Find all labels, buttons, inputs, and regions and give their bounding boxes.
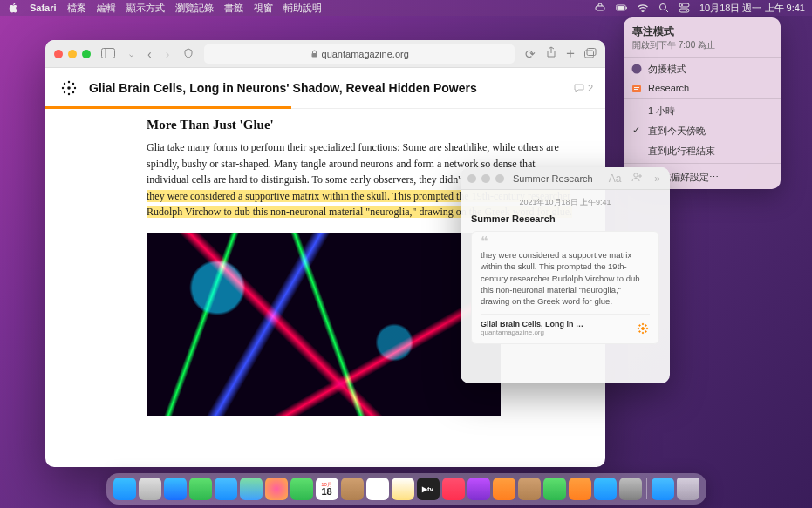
dock-music[interactable] <box>442 478 465 500</box>
dock-launchpad[interactable] <box>139 478 161 500</box>
svg-point-34 <box>639 325 641 327</box>
article-header: Glial Brain Cells, Long in Neurons' Shad… <box>45 68 605 109</box>
dock-podcasts[interactable] <box>467 478 490 500</box>
svg-rect-18 <box>587 48 596 55</box>
moon-icon <box>631 63 643 75</box>
address-bar[interactable]: quantamagazine.org <box>204 44 515 64</box>
dock-safari[interactable] <box>164 478 187 500</box>
forward-button[interactable]: › <box>162 47 174 61</box>
dock-separator <box>646 478 647 499</box>
svg-rect-16 <box>311 53 317 58</box>
focus-dnd-row[interactable]: 勿擾模式 <box>624 59 781 79</box>
focus-1hr-row[interactable]: 1 小時 <box>624 101 781 121</box>
sidebar-toggle-icon[interactable] <box>98 47 119 61</box>
article-figure <box>147 233 501 416</box>
dock-trash[interactable] <box>677 478 699 500</box>
lock-icon <box>310 50 318 58</box>
dock-appstore[interactable] <box>594 478 617 500</box>
dock-finder[interactable] <box>113 478 136 500</box>
quote-card[interactable]: ❝ they were considered a supportive matr… <box>471 231 659 344</box>
notes-body[interactable]: 2021年10月18日 上午9:41 Summer Research ❝ the… <box>461 190 670 383</box>
svg-point-36 <box>639 331 641 333</box>
quote-source-domain: quantamagazine.org <box>481 329 583 336</box>
privacy-icon[interactable] <box>180 47 197 61</box>
svg-point-33 <box>646 328 648 329</box>
spotlight-icon[interactable] <box>658 2 670 14</box>
menu-view[interactable]: 顯示方式 <box>126 2 165 15</box>
close-button[interactable] <box>54 50 63 58</box>
svg-point-31 <box>642 332 644 334</box>
dock-pages[interactable] <box>569 478 591 500</box>
new-tab-icon[interactable]: ＋ <box>563 44 577 63</box>
dock-calendar[interactable]: 10月18 <box>316 478 338 500</box>
comment-count[interactable]: 2 <box>574 83 593 93</box>
focus-evening-label: 直到今天傍晚 <box>648 125 706 136</box>
notes-toolbar: Summer Research Aa » <box>461 167 670 190</box>
menu-help[interactable]: 輔助說明 <box>283 2 322 15</box>
dropdown-chevron-icon[interactable]: ⌵ <box>126 50 137 58</box>
add-people-icon[interactable] <box>629 172 646 185</box>
url-text: quantamagazine.org <box>322 49 409 59</box>
zoom-button[interactable] <box>82 50 91 58</box>
site-logo-icon[interactable] <box>58 77 80 99</box>
svg-rect-7 <box>679 9 689 12</box>
svg-rect-0 <box>596 6 604 10</box>
svg-point-37 <box>645 331 647 333</box>
focus-research-row[interactable]: Research <box>624 79 781 97</box>
reload-icon[interactable]: ⟳ <box>522 47 539 61</box>
dock: 10月18▶tv <box>106 473 706 505</box>
focus-evening-row[interactable]: ✓ 直到今天傍晚 <box>624 121 781 141</box>
check-icon: ✓ <box>632 125 640 136</box>
dock-messages[interactable] <box>189 478 212 500</box>
dock-contacts[interactable] <box>341 478 364 500</box>
comment-icon <box>574 84 584 93</box>
focus-end-row[interactable]: 直到此行程結束 <box>624 141 781 161</box>
focus-status-icon[interactable] <box>595 2 607 14</box>
app-name[interactable]: Safari <box>30 3 57 13</box>
svg-rect-3 <box>626 7 627 9</box>
quote-source-icon <box>636 322 650 335</box>
dock-numbers[interactable] <box>543 478 566 500</box>
menu-window[interactable]: 視窗 <box>254 2 273 15</box>
dock-reminders[interactable] <box>366 478 389 500</box>
notes-minimize-button[interactable] <box>481 174 490 183</box>
svg-point-23 <box>74 87 76 89</box>
notes-zoom-button[interactable] <box>495 174 504 183</box>
dock-facetime[interactable] <box>290 478 313 500</box>
safari-toolbar: ⌵ ‹ › quantamagazine.org ⟳ ＋ <box>45 40 605 68</box>
menu-history[interactable]: 瀏覽記錄 <box>175 2 214 15</box>
notes-close-button[interactable] <box>467 174 476 183</box>
apple-menu-icon[interactable] <box>7 2 19 14</box>
wifi-icon[interactable] <box>637 2 649 14</box>
dock-settings[interactable] <box>619 478 642 500</box>
control-center-icon[interactable] <box>679 2 691 14</box>
svg-point-32 <box>638 328 639 329</box>
expand-icon[interactable]: » <box>652 173 663 185</box>
back-button[interactable]: ‹ <box>144 47 155 61</box>
dock-notes[interactable] <box>392 478 414 500</box>
dock-appstore-alt[interactable] <box>518 478 541 500</box>
svg-point-19 <box>67 86 71 90</box>
text-format-icon[interactable]: Aa <box>606 173 624 185</box>
dock-tv[interactable]: ▶tv <box>417 478 440 500</box>
dock-mail[interactable] <box>215 478 237 500</box>
menu-edit[interactable]: 編輯 <box>97 2 116 15</box>
svg-point-24 <box>64 83 65 85</box>
dock-books[interactable] <box>493 478 515 500</box>
dock-photos[interactable] <box>265 478 288 500</box>
svg-point-35 <box>645 325 647 327</box>
share-icon[interactable] <box>546 46 556 62</box>
svg-point-20 <box>68 81 70 83</box>
minimize-button[interactable] <box>68 50 77 58</box>
menubar-datetime[interactable]: 10月18日 週一 上午 9:41 <box>699 2 805 15</box>
dock-downloads[interactable] <box>652 478 674 500</box>
dock-maps[interactable] <box>240 478 263 500</box>
svg-rect-17 <box>585 51 594 58</box>
tabs-icon[interactable] <box>584 46 597 62</box>
menu-bookmarks[interactable]: 書籤 <box>224 2 243 15</box>
menu-file[interactable]: 檔案 <box>67 2 86 15</box>
svg-point-4 <box>659 4 665 10</box>
notes-datetime: 2021年10月18日 上午9:41 <box>471 197 659 208</box>
research-icon <box>631 83 643 95</box>
battery-icon[interactable] <box>616 2 628 14</box>
